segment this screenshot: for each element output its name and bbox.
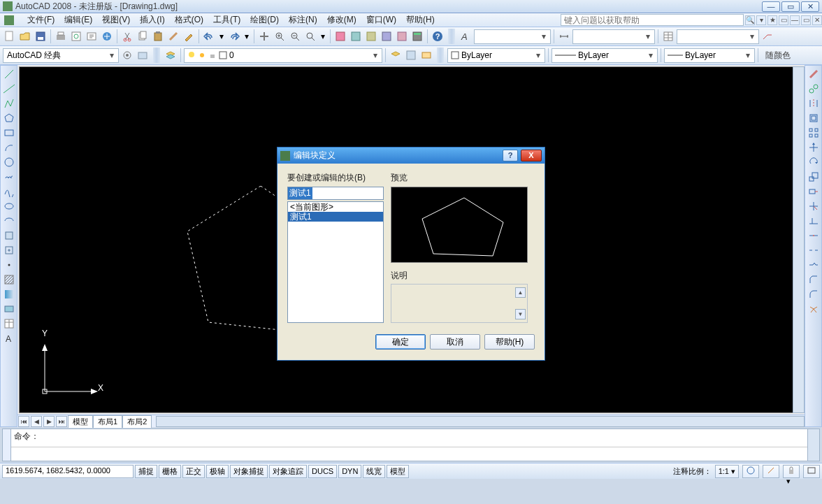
copy-button[interactable] (136, 29, 150, 43)
break-at-point-tool[interactable] (807, 229, 821, 243)
table-tool[interactable] (2, 317, 16, 331)
ellipse-tool[interactable] (2, 199, 16, 213)
dim-style-combo[interactable]: ▾ (572, 29, 655, 44)
new-button[interactable] (3, 29, 17, 43)
paste-button[interactable] (151, 29, 165, 43)
array-tool[interactable] (807, 126, 821, 140)
sheet-set-mgr-button[interactable] (380, 29, 394, 43)
status-model[interactable]: 模型 (387, 465, 409, 478)
status-polar[interactable]: 极轴 (206, 465, 229, 478)
pan-button[interactable] (257, 29, 271, 43)
tab-layout2[interactable]: 布局2 (122, 415, 152, 428)
insert-block-tool[interactable] (2, 229, 16, 243)
menu-file[interactable]: 文件(F) (22, 13, 59, 27)
lineweight-combo[interactable]: ByLayer▾ (664, 48, 755, 63)
layer-prev-button[interactable] (389, 48, 403, 62)
scrollbar-vertical[interactable] (793, 66, 805, 413)
menu-draw[interactable]: 绘图(D) (245, 13, 284, 27)
line-tool[interactable] (2, 67, 16, 81)
dialog-title-bar[interactable]: 编辑块定义 ? X (277, 147, 545, 164)
status-otrack[interactable]: 对象追踪 (269, 465, 307, 478)
mirror-tool[interactable] (807, 96, 821, 110)
workspace-save-button[interactable] (136, 48, 150, 62)
polyline-tool[interactable] (2, 96, 16, 110)
menu-edit[interactable]: 编辑(E) (59, 13, 97, 27)
layer-iso-button[interactable] (419, 48, 433, 62)
menu-modify[interactable]: 修改(M) (322, 13, 361, 27)
text-style-button[interactable]: A (459, 29, 473, 43)
annotation-autoscale-button[interactable] (763, 465, 779, 478)
redo-button[interactable] (227, 29, 241, 43)
desc-scroll-up[interactable]: ▲ (515, 287, 526, 298)
revision-cloud-tool[interactable] (2, 170, 16, 184)
layer-states-button[interactable] (404, 48, 418, 62)
block-list[interactable]: <当前图形> 测试1 (287, 201, 384, 323)
rectangle-tool[interactable] (2, 126, 16, 140)
menu-tools[interactable]: 工具(T) (208, 13, 245, 27)
spline-tool[interactable] (2, 185, 16, 199)
dialog-help-button[interactable]: ? (503, 150, 518, 161)
book-icon[interactable]: ▭ (779, 15, 788, 25)
fillet-tool[interactable] (807, 287, 821, 301)
ellipse-arc-tool[interactable] (2, 214, 16, 228)
brush-button[interactable] (182, 29, 196, 43)
copy-tool[interactable] (807, 82, 821, 96)
offset-tool[interactable] (807, 111, 821, 125)
command-area-grip[interactable] (3, 429, 11, 461)
redo-dd-button[interactable]: ▾ (243, 29, 251, 43)
menu-window[interactable]: 窗口(W) (361, 13, 401, 27)
status-grid[interactable]: 栅格 (159, 465, 181, 478)
menu-view[interactable]: 视图(V) (97, 13, 135, 27)
open-button[interactable] (18, 29, 32, 43)
help-button[interactable]: ? (431, 29, 445, 43)
maximize-button[interactable]: ▭ (781, 1, 800, 12)
scale-tool[interactable] (807, 170, 821, 184)
zoom-realtime-button[interactable] (273, 29, 287, 43)
cut-button[interactable] (120, 29, 134, 43)
status-dyn[interactable]: DYN (338, 465, 361, 478)
scrollbar-horizontal[interactable] (156, 416, 805, 427)
quickcalc-button[interactable] (410, 29, 424, 43)
close-button[interactable]: ✕ (801, 1, 819, 12)
favorite-icon[interactable]: ★ (767, 15, 777, 25)
stretch-tool[interactable] (807, 185, 821, 199)
search-icon[interactable]: 🔍 (745, 15, 755, 25)
markup-button[interactable] (395, 29, 409, 43)
erase-tool[interactable] (807, 67, 821, 81)
zoom-previous-button[interactable] (303, 29, 317, 43)
list-item[interactable]: <当前图形> (288, 202, 383, 212)
cancel-button[interactable]: 取消 (430, 334, 480, 350)
menu-format[interactable]: 格式(O) (170, 13, 208, 27)
sheet-set-button[interactable] (100, 29, 114, 43)
doc-close-button[interactable]: ✕ (812, 15, 822, 25)
trim-tool[interactable] (807, 199, 821, 213)
break-tool[interactable] (807, 243, 821, 257)
tab-layout1[interactable]: 布局1 (93, 415, 122, 428)
undo-dd-button[interactable]: ▾ (217, 29, 226, 43)
circle-tool[interactable] (2, 155, 16, 169)
annotation-visibility-button[interactable] (742, 465, 759, 478)
status-ducs[interactable]: DUCS (308, 465, 337, 478)
zoom-window-button[interactable] (288, 29, 302, 43)
status-lwt[interactable]: 线宽 (363, 465, 385, 478)
menu-dimension[interactable]: 标注(N) (284, 13, 322, 27)
layer-combo[interactable]: 0 ▾ (184, 48, 382, 63)
minimize-button[interactable]: — (762, 1, 780, 12)
status-osnap[interactable]: 对象捕捉 (230, 465, 268, 478)
command-input[interactable] (11, 447, 807, 461)
join-tool[interactable] (807, 258, 821, 272)
publish-button[interactable] (85, 29, 99, 43)
gradient-tool[interactable] (2, 287, 16, 301)
point-tool[interactable] (2, 258, 16, 272)
doc-minimize-button[interactable]: — (790, 15, 800, 25)
explode-tool[interactable] (807, 302, 821, 316)
text-style-combo[interactable]: ▾ (474, 29, 551, 44)
move-tool[interactable] (807, 141, 821, 154)
workspace-combo[interactable]: AutoCAD 经典▾ (3, 48, 119, 63)
zoom-dd-button[interactable]: ▾ (319, 29, 327, 43)
ok-button[interactable]: 确定 (375, 334, 426, 350)
tool-palette-button[interactable] (364, 29, 378, 43)
mtext-tool[interactable]: A (2, 331, 16, 345)
save-button[interactable] (34, 29, 48, 43)
construction-line-tool[interactable] (2, 82, 16, 96)
